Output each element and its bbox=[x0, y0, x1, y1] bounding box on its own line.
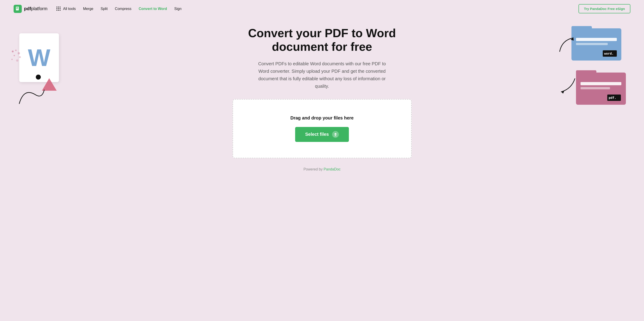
try-pandadoc-button[interactable]: Try PandaDoc Free eSign bbox=[578, 4, 630, 14]
hero-subtitle: Convert PDFs to editable Word documents … bbox=[254, 60, 390, 90]
svg-point-10 bbox=[11, 59, 13, 60]
nav-split[interactable]: Split bbox=[101, 7, 108, 11]
arrow-left bbox=[559, 76, 577, 97]
nav-links: All tools Merge Split Compress Convert t… bbox=[56, 6, 578, 11]
svg-rect-2 bbox=[16, 8, 18, 8]
nav-convert[interactable]: Convert to Word bbox=[139, 7, 167, 11]
drag-drop-text: Drag and drop your files here bbox=[290, 116, 354, 120]
svg-text:word.: word. bbox=[604, 52, 614, 55]
svg-rect-12 bbox=[572, 28, 621, 60]
word-w-letter: W bbox=[28, 46, 50, 70]
grid-icon bbox=[56, 6, 61, 11]
powered-by-text: Powered by PandaDoc bbox=[304, 167, 341, 172]
pink-triangle bbox=[42, 78, 57, 91]
nav-compress[interactable]: Compress bbox=[115, 7, 132, 11]
blue-folder: word. bbox=[572, 24, 621, 60]
left-illustration: W bbox=[7, 22, 79, 124]
pandadoc-link[interactable]: PandaDoc bbox=[324, 167, 341, 171]
logo-text: pdfplatform bbox=[24, 6, 48, 11]
upload-dropzone[interactable]: Drag and drop your files here Select fil… bbox=[232, 99, 412, 158]
svg-rect-20 bbox=[576, 70, 596, 76]
svg-rect-15 bbox=[576, 43, 608, 45]
svg-marker-4 bbox=[42, 78, 57, 91]
svg-marker-25 bbox=[561, 90, 564, 94]
svg-point-8 bbox=[14, 55, 15, 56]
svg-point-7 bbox=[18, 52, 20, 54]
swirl-decoration bbox=[17, 83, 46, 106]
main-content: W bbox=[0, 18, 644, 185]
svg-text:pdf.: pdf. bbox=[609, 96, 616, 100]
svg-rect-14 bbox=[576, 38, 617, 41]
svg-rect-26 bbox=[334, 136, 337, 136]
svg-rect-22 bbox=[580, 87, 610, 89]
svg-rect-1 bbox=[16, 7, 18, 8]
arrow-right bbox=[558, 33, 576, 54]
svg-rect-16 bbox=[603, 50, 617, 57]
svg-point-11 bbox=[16, 60, 18, 62]
dots-decoration bbox=[11, 49, 22, 67]
nav-all-tools[interactable]: All tools bbox=[56, 6, 76, 11]
svg-rect-13 bbox=[572, 26, 592, 32]
navbar: pdfplatform All tools Merge Split Compre… bbox=[0, 0, 644, 18]
svg-marker-18 bbox=[570, 38, 574, 40]
nav-merge[interactable]: Merge bbox=[83, 7, 93, 11]
logo-icon bbox=[14, 5, 22, 13]
logo[interactable]: pdfplatform bbox=[14, 5, 48, 13]
upload-arrow-icon bbox=[332, 131, 339, 138]
svg-point-9 bbox=[19, 56, 21, 58]
select-files-button[interactable]: Select files bbox=[295, 127, 349, 142]
svg-point-6 bbox=[15, 50, 16, 51]
svg-rect-21 bbox=[580, 82, 621, 85]
hero-title: Convert your PDF to Word document for fr… bbox=[220, 26, 424, 54]
svg-rect-3 bbox=[16, 8, 18, 9]
svg-rect-23 bbox=[607, 94, 621, 101]
nav-sign[interactable]: Sign bbox=[174, 7, 182, 11]
svg-point-5 bbox=[12, 50, 14, 52]
black-circle bbox=[36, 74, 41, 80]
pink-folder: pdf. bbox=[576, 68, 626, 105]
word-doc-card: W bbox=[19, 33, 59, 82]
right-illustration: word. pdf. bbox=[558, 20, 635, 117]
svg-rect-19 bbox=[576, 72, 626, 105]
